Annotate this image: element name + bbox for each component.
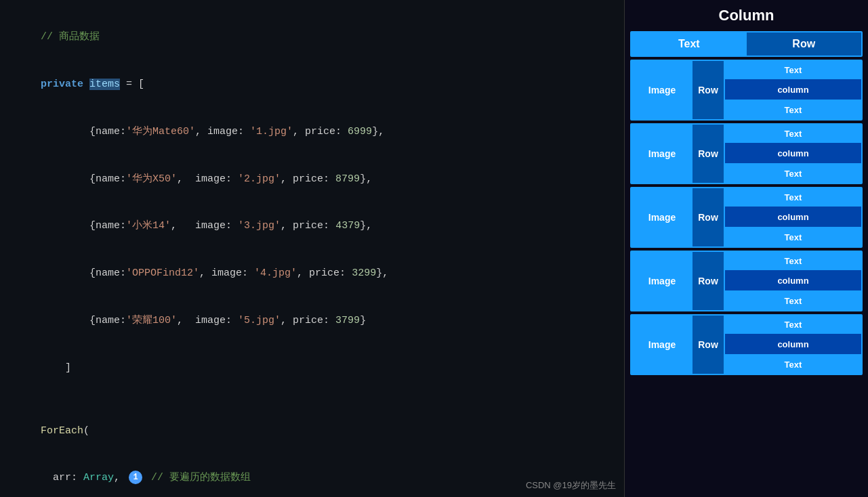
viz-row-label-1: Row: [693, 125, 724, 183]
viz-row-label-2: Row: [693, 188, 724, 246]
code-data-3: {name:'OPPOFind12', image: '4.jpg', pric…: [16, 250, 608, 297]
code-comment1: // 商品数据: [16, 14, 608, 61]
viz-image-2: Image: [632, 188, 693, 246]
viz-column-1: Text column Text: [724, 125, 861, 183]
viz-col-middle-4: column: [725, 335, 861, 355]
viz-column-4: Text column Text: [724, 316, 861, 374]
viz-image-4: Image: [632, 316, 693, 374]
viz-item-row-3: Image Row Text column Text: [630, 251, 863, 311]
viz-col-bottom-1: Text: [725, 165, 861, 183]
text-row-header: Text Row: [630, 31, 863, 57]
viz-image-1: Image: [632, 125, 693, 183]
viz-col-bottom-4: Text: [725, 355, 861, 374]
viz-col-middle-1: column: [725, 144, 861, 164]
viz-item-row-0: Image Row Text column Text: [630, 60, 863, 121]
viz-header-text: Text: [632, 33, 747, 56]
code-bracket-close: ]: [16, 344, 608, 391]
viz-col-middle-2: column: [725, 208, 861, 228]
viz-col-middle-0: column: [725, 81, 861, 100]
viz-item-row-4: Image Row Text column Text: [630, 314, 863, 375]
code-arr: arr: Array, 1 // 要遍历的数据数组: [16, 454, 608, 497]
code-foreach: ForEach(: [16, 407, 608, 454]
viz-header-row: Row: [747, 33, 862, 56]
code-empty1: [16, 391, 608, 407]
viz-image-0: Image: [632, 61, 693, 119]
code-line-private: private items = [: [16, 61, 608, 108]
viz-col-middle-3: column: [725, 272, 861, 291]
viz-col-bottom-3: Text: [725, 292, 861, 310]
viz-col-text-top-2: Text: [725, 188, 861, 208]
watermark: CSDN @19岁的墨先生: [526, 479, 616, 492]
viz-col-bottom-0: Text: [725, 101, 861, 119]
viz-image-3: Image: [632, 252, 693, 310]
viz-title: Column: [719, 7, 774, 24]
code-data-1: {name:'华为X50', image: '2.jpg', price: 87…: [16, 155, 608, 202]
viz-col-text-top-3: Text: [725, 252, 861, 272]
viz-col-text-top-0: Text: [725, 61, 861, 81]
viz-column-2: Text column Text: [724, 188, 861, 246]
viz-col-bottom-2: Text: [725, 228, 861, 246]
viz-row-label-3: Row: [693, 252, 724, 310]
code-data-2: {name:'小米14', image: '3.jpg', price: 437…: [16, 202, 608, 250]
viz-column-3: Text column Text: [724, 252, 861, 310]
viz-panel: Column Text Row Image Row Text column Te…: [624, 0, 868, 497]
viz-item-row-1: Image Row Text column Text: [630, 123, 863, 184]
code-panel: // 商品数据 private items = [ {name:'华为Mate6…: [0, 0, 624, 497]
viz-col-text-top-1: Text: [725, 125, 861, 144]
code-data-4: {name:'荣耀100', image: '5.jpg', price: 37…: [16, 297, 608, 345]
viz-item-row-2: Image Row Text column Text: [630, 187, 863, 248]
viz-row-label-0: Row: [693, 61, 724, 119]
viz-row-label-4: Row: [693, 316, 724, 374]
viz-column-0: Text column Text: [724, 61, 861, 119]
code-data-0: {name:'华为Mate60', image: '1.jpg', price:…: [16, 108, 608, 156]
viz-col-text-top-4: Text: [725, 316, 861, 335]
